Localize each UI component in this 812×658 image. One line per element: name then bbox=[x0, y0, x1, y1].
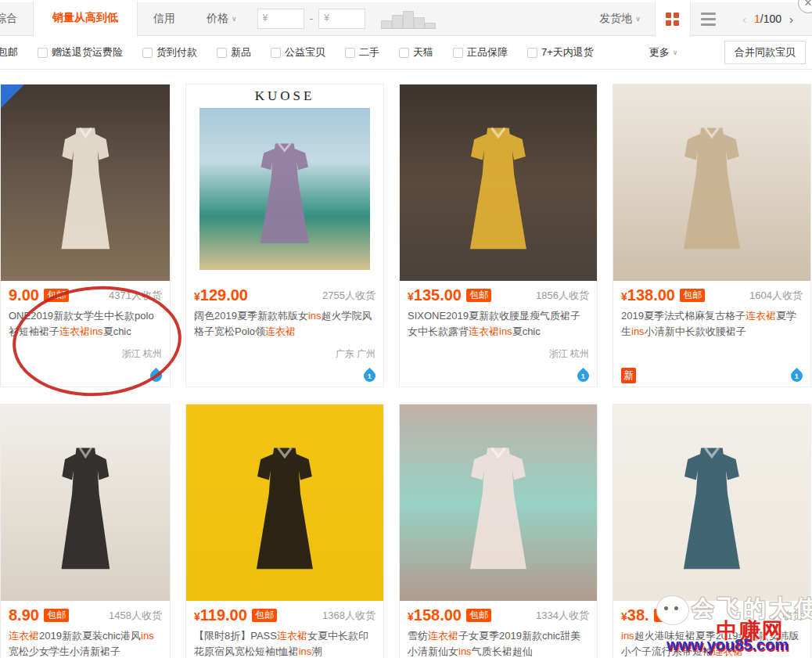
free-shipping-badge: 包邮 bbox=[44, 289, 69, 302]
product-title[interactable]: ins超火港味短裙夏季2019年新款女韩版小个子流行系带短袖连衣裙 bbox=[621, 628, 803, 658]
sales-count: 2755人收货 bbox=[322, 289, 375, 303]
chevron-down-icon: ∨ bbox=[635, 15, 641, 23]
filter-checkbox-item[interactable]: 公益宝贝 bbox=[271, 45, 325, 59]
product-card[interactable]: ¥119.00包邮1368人收货【限时8折】PASS连衣裙女夏中长款印花原宿风宽… bbox=[185, 404, 384, 658]
checkbox-icon[interactable] bbox=[399, 48, 409, 58]
product-image[interactable] bbox=[400, 405, 597, 601]
product-title[interactable]: 【限时8折】PASS连衣裙女夏中长款印花原宿风宽松短袖t恤裙ins潮 bbox=[194, 628, 375, 658]
checkbox-icon[interactable] bbox=[527, 48, 537, 58]
currency-symbol: ¥ bbox=[194, 290, 200, 303]
product-card[interactable]: ¥158.00包邮1334人收货雪纺连衣裙子女夏季2019新款chic甜美小清新… bbox=[399, 404, 598, 658]
grid-view-icon bbox=[666, 13, 679, 26]
product-image[interactable]: KUOSE bbox=[186, 84, 383, 281]
product-price: ¥129.00 bbox=[194, 286, 248, 304]
wangwang-chat-icon[interactable] bbox=[148, 367, 164, 383]
price-distribution-icon[interactable] bbox=[381, 9, 436, 29]
sales-count: 1604人收货 bbox=[749, 289, 803, 303]
filter-checkbox-item[interactable]: 包邮 bbox=[0, 45, 18, 59]
checkbox-icon[interactable] bbox=[142, 48, 153, 58]
product-title[interactable]: 阔色2019夏季新款韩版女ins超火学院风格子宽松Polo领连衣裙 bbox=[194, 308, 375, 340]
next-page-button[interactable]: › bbox=[781, 13, 801, 26]
sales-count: 1458人收货 bbox=[109, 609, 162, 623]
product-grid: 9.00包邮4371人收货ONE2019新款女学生中长款polo衫短袖裙子连衣裙… bbox=[0, 70, 812, 658]
product-title[interactable]: 雪纺连衣裙子女夏季2019新款chic甜美小清新仙女ins气质长裙超仙 bbox=[408, 628, 589, 658]
sort-item-credit[interactable]: 信用 bbox=[138, 12, 191, 26]
dress-silhouette bbox=[670, 124, 753, 253]
currency-symbol: ¥ bbox=[408, 610, 414, 623]
checkbox-icon[interactable] bbox=[271, 48, 281, 58]
checkbox-icon[interactable] bbox=[38, 48, 48, 58]
photo-scene bbox=[400, 405, 597, 601]
sort-item-comprehensive[interactable]: 综合 bbox=[0, 12, 33, 26]
ship-from-dropdown[interactable]: 发货地∨ bbox=[599, 12, 641, 26]
filter-checkbox-item[interactable]: 正品保障 bbox=[453, 45, 508, 59]
free-shipping-badge: 包邮 bbox=[466, 289, 491, 302]
wangwang-chat-icon[interactable]: 1 bbox=[789, 367, 805, 383]
filter-checkbox-item[interactable]: 新品 bbox=[217, 45, 251, 59]
grid-view-button[interactable] bbox=[655, 1, 691, 37]
total-pages: 100 bbox=[763, 13, 781, 25]
filter-checkbox-item[interactable]: 7+天内退货 bbox=[527, 45, 594, 59]
product-title[interactable]: ONE2019新款女学生中长款polo衫短袖裙子连衣裙ins夏chic bbox=[9, 308, 162, 340]
filter-label: 正品保障 bbox=[467, 45, 508, 59]
currency-symbol: ¥ bbox=[621, 610, 627, 623]
prev-page-button[interactable]: ‹ bbox=[735, 13, 754, 26]
filter-checkbox-item[interactable]: 货到付款 bbox=[142, 45, 197, 59]
sort-item-sales-desc[interactable]: 销量从高到低 bbox=[33, 1, 138, 37]
price-min-field[interactable]: ¥ bbox=[257, 9, 304, 29]
product-image[interactable] bbox=[613, 84, 810, 281]
product-title[interactable]: 连衣裙2019新款夏装chic港风ins宽松少女学生小清新裙子 bbox=[9, 628, 162, 658]
currency-symbol: ¥ bbox=[408, 290, 414, 303]
filter-label: 7+天内退货 bbox=[541, 45, 594, 59]
checkbox-icon[interactable] bbox=[453, 48, 463, 58]
product-title[interactable]: 2019夏季法式棉麻复古格子连衣裙夏学生ins小清新中长款收腰裙子 bbox=[621, 308, 803, 340]
product-card[interactable]: KUOSE¥129.002755人收货阔色2019夏季新款韩版女ins超火学院风… bbox=[185, 84, 384, 387]
sales-count: 1368人收货 bbox=[322, 609, 375, 623]
photo-scene bbox=[613, 84, 810, 281]
product-image[interactable] bbox=[613, 405, 810, 601]
checkbox-icon[interactable] bbox=[217, 48, 227, 58]
more-filters-dropdown[interactable]: 更多∨ bbox=[649, 45, 678, 59]
merge-same-items-button[interactable]: 合并同款宝贝 bbox=[724, 41, 806, 64]
product-card[interactable]: ¥135.00包邮1856人收货SIXONE2019夏新款收腰显瘦气质裙子女中长… bbox=[399, 84, 598, 387]
corner-badge-icon bbox=[1, 84, 24, 108]
product-price: 8.90 bbox=[9, 606, 39, 624]
product-image[interactable] bbox=[186, 405, 383, 601]
product-image[interactable] bbox=[400, 84, 597, 281]
product-price: ¥138.00 bbox=[621, 286, 675, 304]
checkbox-icon[interactable] bbox=[345, 48, 355, 58]
filter-label: 天猫 bbox=[413, 45, 433, 59]
wangwang-chat-icon[interactable]: 1 bbox=[575, 367, 591, 383]
filter-checkbox-item[interactable]: 天猫 bbox=[399, 45, 433, 59]
filter-checkbox-item[interactable]: 赠送退货运费险 bbox=[38, 45, 123, 59]
current-page: 1 bbox=[754, 13, 760, 25]
price-max-field[interactable]: ¥ bbox=[318, 9, 365, 29]
photo-scene bbox=[1, 405, 170, 601]
product-price: ¥38. bbox=[621, 606, 649, 624]
product-title[interactable]: SIXONE2019夏新款收腰显瘦气质裙子女中长款露背连衣裙ins夏chic bbox=[408, 308, 589, 340]
list-view-button[interactable] bbox=[691, 1, 727, 37]
currency-symbol: ¥ bbox=[194, 610, 200, 623]
wangwang-chat-icon[interactable]: 1 bbox=[361, 367, 378, 383]
dress-silhouette bbox=[457, 444, 540, 574]
new-item-badge: 新 bbox=[621, 368, 636, 383]
product-image[interactable] bbox=[1, 405, 170, 601]
sales-count: 1334人收货 bbox=[536, 609, 589, 623]
dress-silhouette bbox=[50, 124, 121, 253]
product-card[interactable]: ¥138.00包邮1604人收货2019夏季法式棉麻复古格子连衣裙夏学生ins小… bbox=[613, 84, 811, 387]
filter-label: 货到付款 bbox=[156, 45, 197, 59]
sort-item-price[interactable]: 价格∨ bbox=[191, 12, 253, 26]
product-card[interactable]: ¥38.包邮人收货ins超火港味短裙夏季2019年新款女韩版小个子流行系带短袖连… bbox=[613, 404, 811, 658]
chevron-down-icon: ∨ bbox=[673, 49, 678, 56]
product-image[interactable] bbox=[1, 84, 170, 281]
dress-silhouette bbox=[50, 444, 121, 574]
product-card[interactable]: 9.00包邮4371人收货ONE2019新款女学生中长款polo衫短袖裙子连衣裙… bbox=[0, 84, 171, 387]
dress-silhouette bbox=[670, 444, 753, 574]
filter-checkbox-item[interactable]: 二手 bbox=[345, 45, 379, 59]
product-location: 浙江 杭州 bbox=[9, 347, 162, 360]
product-card[interactable]: 8.90包邮1458人收货连衣裙2019新款夏装chic港风ins宽松少女学生小… bbox=[0, 404, 171, 658]
product-location bbox=[621, 347, 803, 360]
dress-silhouette bbox=[249, 140, 321, 247]
free-shipping-badge: 包邮 bbox=[252, 609, 277, 622]
pagination: ‹ 1 / 100 › bbox=[735, 13, 801, 26]
